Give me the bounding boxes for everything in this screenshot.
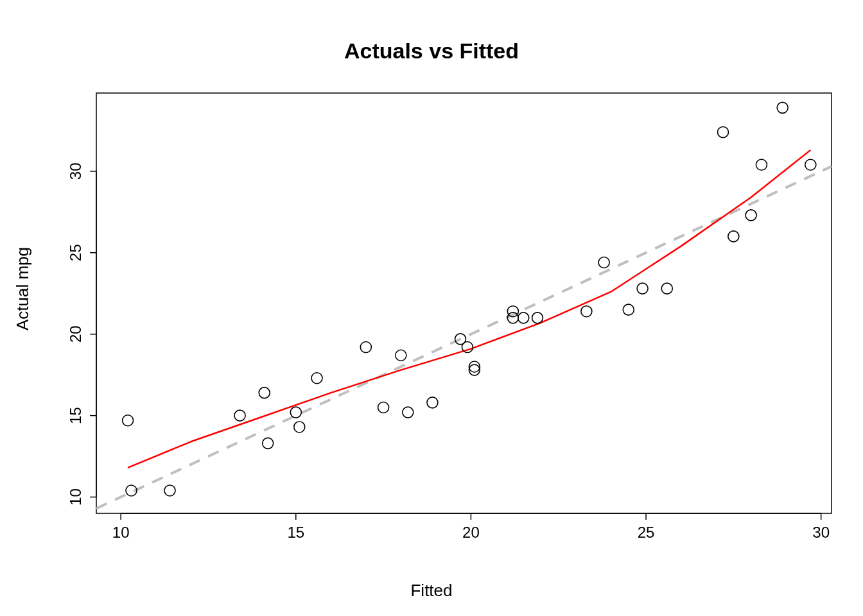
x-tick-label: 20	[462, 524, 480, 541]
data-point	[637, 283, 648, 294]
data-point	[311, 373, 322, 384]
data-point	[378, 402, 389, 413]
data-point	[717, 126, 728, 137]
y-tick-label: 15	[67, 407, 84, 424]
data-point	[427, 397, 438, 408]
data-point	[661, 283, 672, 294]
data-point	[403, 407, 414, 418]
data-point	[360, 342, 371, 353]
plot-svg: 10152025301015202530	[0, 0, 863, 616]
data-point	[263, 438, 274, 449]
svg-rect-0	[96, 93, 832, 513]
data-point	[756, 159, 767, 170]
data-point	[259, 388, 270, 398]
y-tick-label: 20	[67, 325, 84, 343]
data-point	[728, 231, 739, 242]
y-tick-label: 25	[67, 244, 84, 261]
x-tick-label: 25	[638, 524, 655, 541]
data-point	[598, 257, 609, 268]
data-point	[294, 422, 305, 432]
data-point	[518, 312, 529, 323]
data-point	[290, 407, 301, 418]
data-point	[462, 342, 473, 353]
data-point	[623, 304, 634, 315]
chart-container: Actuals vs Fitted Actual mpg Fitted 1015…	[0, 0, 863, 616]
data-point	[805, 159, 816, 170]
x-tick-label: 30	[812, 524, 830, 541]
data-point	[745, 210, 756, 221]
data-point	[234, 410, 245, 421]
data-point	[123, 415, 134, 426]
data-point	[532, 312, 543, 323]
data-point	[396, 350, 406, 361]
y-tick-label: 10	[67, 488, 84, 506]
data-point	[777, 102, 788, 113]
data-point	[581, 306, 592, 317]
x-tick-label: 10	[112, 524, 130, 541]
y-tick-label: 30	[67, 163, 84, 180]
x-tick-label: 15	[287, 524, 304, 541]
smooth-line	[128, 150, 810, 468]
data-point	[164, 485, 175, 496]
